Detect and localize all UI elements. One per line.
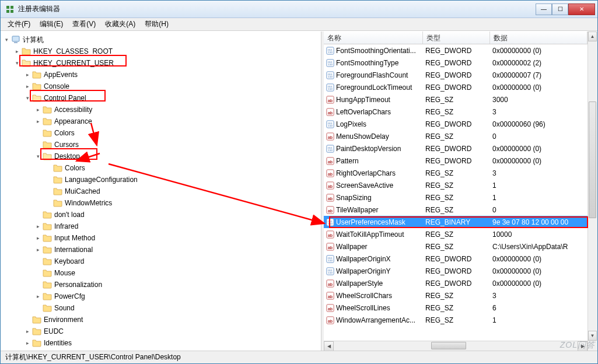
svg-text:ab: ab [328,172,333,176]
registry-value-row[interactable]: 011110WallpaperOriginXREG_DWORD0x0000000… [324,253,587,265]
value-name-cell: abWallpaper [324,243,423,251]
svg-text:ab: ab [328,306,333,310]
registry-value-row[interactable]: abSnapSizingREG_SZ1 [324,191,587,204]
registry-value-row[interactable]: abWheelScrollCharsREG_SZ3 [324,289,587,302]
tree-item[interactable]: WindowMetrics [1,197,321,209]
expand-icon[interactable]: ▸ [34,293,41,300]
tree-item[interactable]: ▾Control Panel [1,92,321,104]
registry-value-row[interactable]: abHungAppTimeoutREG_SZ3000 [324,93,587,106]
expand-icon[interactable]: ▸ [24,340,31,346]
tree-item[interactable]: Colors [1,162,321,174]
registry-value-row[interactable]: abLeftOverlapCharsREG_SZ3 [324,106,587,118]
scroll-up-button[interactable]: ▲ [588,32,597,41]
registry-value-row[interactable]: 011110UserPreferencesMaskREG_BINARY9e 3e… [324,216,587,228]
registry-value-row[interactable]: 011110ForegroundFlashCountREG_DWORD0x000… [324,69,587,81]
tree-item[interactable]: ▸EUDC [1,326,321,337]
expand-icon[interactable]: ▸ [24,71,31,78]
registry-value-row[interactable]: 011110PaintDesktopVersionREG_DWORD0x0000… [324,142,587,155]
col-header-type[interactable]: 类型 [423,32,490,44]
registry-value-row[interactable]: abWheelScrollLinesREG_SZ6 [324,302,587,314]
col-header-name[interactable]: 名称 [324,32,423,44]
vertical-scrollbar[interactable]: ▲ ▼ [587,32,597,351]
svg-text:ab: ab [328,282,333,286]
tree-label: 计算机 [23,35,44,45]
expand-icon[interactable]: ▸ [34,106,41,113]
tree-item[interactable]: ▸Console [1,80,321,92]
tree-item[interactable]: ▾计算机 [1,34,321,46]
expand-icon[interactable]: ▸ [24,83,31,90]
registry-value-row[interactable]: abRightOverlapCharsREG_SZ3 [324,167,587,179]
tree-item[interactable]: ▸PowerCfg [1,290,321,302]
scroll-left-button[interactable]: ◀ [324,341,334,351]
tree-item[interactable]: ▸International [1,244,321,256]
tree-item[interactable]: Colors [1,127,321,139]
registry-value-row[interactable]: 011110FontSmoothingOrientati...REG_DWORD… [324,44,587,57]
tree-item[interactable]: Sound [1,302,321,314]
tree-item[interactable]: ▸Input Method [1,232,321,244]
menu-item[interactable]: 收藏夹(A) [100,18,140,30]
collapse-icon[interactable]: ▾ [13,60,20,66]
value-type-cell: REG_SZ [423,243,490,251]
registry-value-row[interactable]: abScreenSaveActiveREG_SZ1 [324,179,587,191]
registry-value-row[interactable]: abWallpaperREG_SZC:\Users\Xin\AppData\R [324,240,587,253]
svg-text:110: 110 [328,63,333,66]
expand-icon [34,211,41,218]
list-body[interactable]: 011110FontSmoothingOrientati...REG_DWORD… [324,44,587,341]
registry-value-row[interactable]: abWindowArrangementAc...REG_SZ1 [324,314,587,326]
menu-item[interactable]: 查看(V) [68,18,100,30]
value-name-cell: abRightOverlapChars [324,169,423,177]
tree-item[interactable]: LanguageConfiguration [1,174,321,186]
tree-item[interactable]: ▸Infrared [1,220,321,232]
horizontal-scrollbar[interactable]: ◀ ▶ [324,341,587,351]
collapse-icon[interactable]: ▾ [24,94,31,102]
expand-icon[interactable]: ▸ [34,118,41,125]
tree-pane[interactable]: ▾计算机▸HKEY_CLASSES_ROOT▾HKEY_CURRENT_USER… [1,32,321,351]
registry-value-row[interactable]: 011110FontSmoothingTypeREG_DWORD0x000000… [324,57,587,69]
tree-item[interactable]: ▸Accessibility [1,104,321,116]
expand-icon[interactable]: ▸ [13,48,20,55]
registry-value-row[interactable]: abPatternREG_DWORD0x00000000 (0) [324,155,587,167]
close-button[interactable]: ✕ [568,4,595,15]
registry-value-row[interactable]: 011110WallpaperOriginYREG_DWORD0x0000000… [324,265,587,277]
registry-value-row[interactable]: abMenuShowDelayREG_SZ0 [324,130,587,142]
expand-icon[interactable]: ▸ [34,235,41,242]
tree-item[interactable]: Keyboard [1,256,321,267]
tree-item[interactable]: Environment [1,314,321,326]
value-type-cell: REG_SZ [423,316,490,324]
registry-value-row[interactable]: 011110ForegroundLockTimeoutREG_DWORD0x00… [324,81,587,93]
expand-icon[interactable]: ▸ [24,328,31,335]
tree-item[interactable]: Mouse [1,267,321,279]
tree-item[interactable]: ▸Identities [1,337,321,349]
value-type-cell: REG_SZ [423,132,490,141]
expand-icon[interactable]: ▸ [34,223,41,230]
value-data-cell: 0x00000060 (96) [490,120,587,128]
registry-value-row[interactable]: 011110LogPixelsREG_DWORD0x00000060 (96) [324,118,587,130]
maximize-button[interactable]: ☐ [552,4,568,15]
tree-item[interactable]: Cursors [1,139,321,150]
tree-item[interactable]: ▸AppEvents [1,69,321,80]
minimize-button[interactable]: — [536,4,552,15]
expand-icon[interactable]: ▸ [34,246,41,253]
col-header-data[interactable]: 数据 [490,32,587,44]
scroll-down-button[interactable]: ▼ [588,331,597,341]
menu-item[interactable]: 编辑(E) [35,18,68,30]
tree-item[interactable]: ▸HKEY_CLASSES_ROOT [1,46,321,57]
registry-value-row[interactable]: abWallpaperStyleREG_DWORD0x00000000 (0) [324,277,587,289]
tree-item[interactable]: ▸Appearance [1,116,321,127]
tree-item[interactable]: Personalization [1,279,321,290]
tree-item[interactable]: MuiCached [1,186,321,197]
tree-label: Sound [54,304,75,312]
registry-value-row[interactable]: abTileWallpaperREG_SZ0 [324,204,587,216]
tree-item[interactable]: ▾Desktop [1,150,321,162]
scroll-right-button[interactable]: ▶ [578,341,587,351]
tree-item[interactable]: don't load [1,209,321,220]
menu-item[interactable]: 帮助(H) [140,18,173,30]
collapse-icon[interactable]: ▾ [34,153,41,160]
registry-value-row[interactable]: abWaitToKillAppTimeoutREG_SZ10000 [324,228,587,240]
collapse-icon[interactable]: ▾ [3,36,10,43]
window-controls: — ☐ ✕ [536,4,595,15]
menu-item[interactable]: 文件(F) [3,18,35,30]
tree-item[interactable]: ▾HKEY_CURRENT_USER [1,57,321,69]
svg-rect-0 [6,6,9,9]
value-type-cell: REG_SZ [423,96,490,104]
